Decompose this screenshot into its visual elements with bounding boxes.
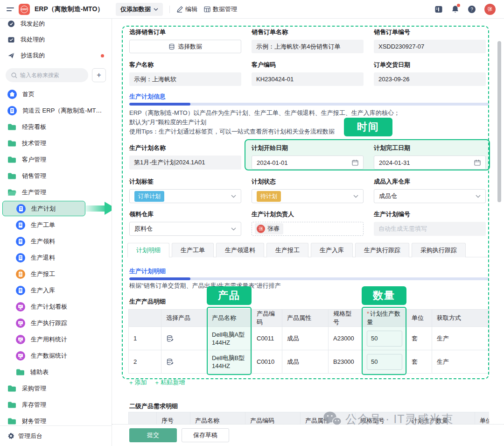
col-name: 产品名称 <box>207 310 252 327</box>
sidebar-item-work-order[interactable]: 生产工单 <box>0 217 112 233</box>
sidebar-item-label: 技术管理 <box>22 139 46 148</box>
dashboard-icon <box>16 335 25 344</box>
owner-avatar: 张 <box>257 225 265 233</box>
material-warehouse-value: 原料仓 <box>134 225 153 233</box>
sidebar-item-jdy-erp[interactable]: 简道云 ERP（离散制造-MTO）… <box>0 102 112 119</box>
qty-input[interactable] <box>367 331 402 347</box>
admin-backend-button[interactable]: 管理后台 <box>0 425 112 446</box>
field-label: 订单交货日期 <box>374 61 486 69</box>
qty-input[interactable] <box>367 354 402 370</box>
field-label: 计划状态 <box>252 177 364 186</box>
search-input[interactable] <box>20 72 76 78</box>
edit-button[interactable]: 编辑 <box>176 5 197 14</box>
sidebar-item-purchase-mgmt[interactable]: 采购管理 <box>0 380 112 396</box>
save-draft-button[interactable]: 保存草稿 <box>182 428 229 442</box>
notifications-bell-icon[interactable] <box>451 5 459 14</box>
row-product-spec: A23000 <box>329 327 362 350</box>
tab-work-order[interactable]: 生产工单 <box>172 243 214 257</box>
sidebar-item-home[interactable]: 首页 <box>0 86 112 102</box>
form-footer: 提交 保存草稿 <box>112 424 504 446</box>
chevron-down-icon <box>353 195 358 198</box>
scrollbar-thumb[interactable] <box>497 41 501 202</box>
sidebar-item-inventory-mgmt[interactable]: 库存管理 <box>0 396 112 413</box>
wechat-icon <box>323 411 342 427</box>
tab-exec-track[interactable]: 生产执行跟踪 <box>355 243 409 257</box>
document-icon <box>16 220 25 230</box>
required-asterisk: * <box>367 310 369 317</box>
row-product-attr: 成品 <box>282 350 329 374</box>
menu-icon[interactable] <box>7 7 14 11</box>
annotation-arrow <box>86 202 112 215</box>
search-input-wrap[interactable] <box>6 68 88 82</box>
tab-work-report[interactable]: 生产报工 <box>266 243 308 257</box>
start-date-input[interactable]: 2024-01-01 <box>252 156 364 170</box>
table-row: 1 Dell电脑A型 144HZ C0011 成品 A23000 套 生产 <box>129 327 490 350</box>
field-plan-status: 计划状态 待计划 <box>252 177 364 203</box>
plan-info-section-link[interactable]: 生产计划信息 <box>129 92 166 101</box>
plus-icon: + <box>129 379 133 386</box>
chevron-down-icon <box>231 195 236 198</box>
sidebar-item-material-pick[interactable]: 生产领料 <box>0 233 112 249</box>
sidebar-item-label: 生产退料 <box>31 254 55 262</box>
panel-toggle-icon[interactable] <box>434 5 443 14</box>
field-customer-code: 客户编码 KH230424-01 <box>252 61 364 86</box>
fg-warehouse-select[interactable]: 成品仓 <box>374 189 486 203</box>
send-circle-icon <box>7 20 15 28</box>
field-label: 领料仓库 <box>129 210 241 219</box>
col-qty: *计划生产数量 <box>362 310 407 327</box>
field-label: 成品入库仓库 <box>374 177 486 186</box>
fg-warehouse-value: 成品仓 <box>379 192 397 200</box>
row-index: 2 <box>129 350 161 374</box>
plan-detail-section-link[interactable]: 生产计划明细 <box>129 267 166 276</box>
mode-dropdown-button[interactable]: 仅添加数据 <box>116 3 163 16</box>
sidebar: 我发起的 我处理的 抄送我的 <box>0 19 112 446</box>
sidebar-item-material-stats[interactable]: 生产用料统计 <box>0 331 112 347</box>
row-product-name: Dell电脑B型 144HZ <box>207 350 252 374</box>
sidebar-item-cc[interactable]: 抄送我的 <box>0 48 112 64</box>
help-icon[interactable]: ? <box>468 5 476 14</box>
toolbar: 仅添加数据 编辑 数据管理 <box>112 3 237 16</box>
add-app-button[interactable]: + <box>92 68 106 82</box>
document-icon <box>7 106 17 115</box>
tab-plan-detail[interactable]: 计划明细 <box>127 243 169 257</box>
tab-material[interactable]: 生产领退料 <box>216 243 264 257</box>
end-date-input[interactable]: 2024-01-31 <box>374 156 486 170</box>
sidebar-item-warehouse-in[interactable]: 生产入库 <box>0 282 112 298</box>
plan-tag-select[interactable]: 订单计划 <box>129 189 241 203</box>
sidebar-item-biz-dashboard[interactable]: 经营看板 <box>0 119 112 135</box>
field-delivery-date: 订单交货日期 2023-09-26 <box>374 61 486 86</box>
dashboard-icon <box>16 302 25 311</box>
sidebar-item-aux-tables[interactable]: 辅助表 <box>0 364 112 380</box>
row-select-cell[interactable] <box>161 327 207 350</box>
sidebar-item-plan-board[interactable]: 生产计划看板 <box>0 298 112 315</box>
paste-add-link[interactable]: +粘贴新增 <box>155 378 185 387</box>
row-select-cell[interactable] <box>161 350 207 374</box>
sidebar-item-data-stats[interactable]: 生产数据统计 <box>0 347 112 364</box>
plus-icon: + <box>155 379 159 386</box>
add-row-link[interactable]: +添加 <box>129 378 147 387</box>
sidebar-item-exec-track[interactable]: 生产执行跟踪 <box>0 315 112 331</box>
material-warehouse-select[interactable]: 原料仓 <box>129 222 241 236</box>
user-avatar[interactable]: 张 <box>484 4 496 15</box>
sidebar-item-tech-mgmt[interactable]: 技术管理 <box>0 135 112 151</box>
col-method: 获取方式 <box>432 310 490 327</box>
sidebar-item-label: 客户管理 <box>22 156 46 164</box>
sidebar-item-customer-mgmt[interactable]: 客户管理 <box>0 151 112 168</box>
submit-button[interactable]: 提交 <box>129 428 177 442</box>
sidebar-item-work-report[interactable]: 生产报工 <box>0 266 112 282</box>
clipboard-icon <box>16 269 25 279</box>
select-data-button[interactable]: 选择数据 <box>129 40 241 53</box>
sidebar-search-row: + <box>6 68 106 82</box>
tab-warehouse-in[interactable]: 生产入库 <box>311 243 353 257</box>
plan-status-select[interactable]: 待计划 <box>252 189 364 203</box>
sidebar-item-initiated[interactable]: 我发起的 <box>0 19 112 32</box>
sidebar-item-processed[interactable]: 我处理的 <box>0 32 112 48</box>
sidebar-item-production-plan[interactable]: 生产计划 <box>0 200 112 217</box>
tab-purchase-track[interactable]: 采购执行跟踪 <box>412 243 466 257</box>
plan-owner-picker[interactable]: 张 张睿 <box>252 222 364 236</box>
sidebar-item-sales-mgmt[interactable]: 销售管理 <box>0 168 112 184</box>
sidebar-item-production-mgmt[interactable]: 生产管理 <box>0 184 112 200</box>
sidebar-item-material-return[interactable]: 生产退料 <box>0 249 112 266</box>
owner-name: 张睿 <box>267 225 280 233</box>
data-manage-button[interactable]: 数据管理 <box>204 5 237 14</box>
